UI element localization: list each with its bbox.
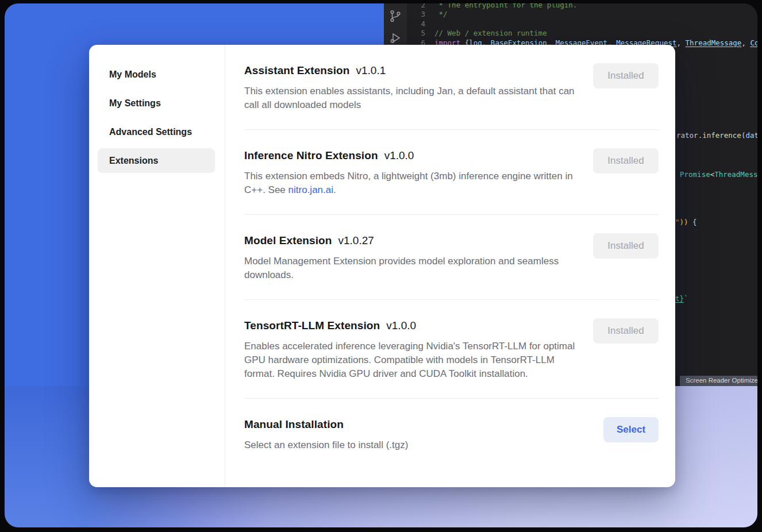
extension-name: Inference Nitro Extension xyxy=(244,149,378,162)
code-token: " xyxy=(675,218,680,226)
code-text: */ xyxy=(425,10,448,19)
code-token: // Web / extension runtime xyxy=(434,29,547,37)
extension-title-row: Model Extensionv1.0.27 xyxy=(244,234,580,247)
code-text xyxy=(425,20,434,29)
sidebar-item-my-models[interactable]: My Models xyxy=(98,62,215,87)
extension-description: This extension embeds Nitro, a lightweig… xyxy=(244,169,580,197)
extension-title-row: TensortRT-LLM Extensionv1.0.0 xyxy=(244,319,580,332)
extension-entry: Assistant Extensionv1.0.1This extension … xyxy=(244,45,659,130)
extension-name: Manual Installation xyxy=(244,418,344,431)
code-fragment: rator.inference(data)); xyxy=(676,131,757,140)
code-token: t} xyxy=(675,294,684,303)
extension-title-row: Assistant Extensionv1.0.1 xyxy=(244,64,580,77)
code-token: data xyxy=(745,131,757,140)
extension-description: Select an extension file to install (.tg… xyxy=(244,438,408,452)
app-surface: 2 * The entrypoint for the plugin.3 */45… xyxy=(5,3,757,527)
installed-button[interactable]: Installed xyxy=(593,63,659,88)
extension-version: v1.0.27 xyxy=(338,234,374,247)
sidebar-item-label: My Models xyxy=(109,70,156,80)
code-token: */ xyxy=(434,10,448,18)
code-token: ` xyxy=(684,294,688,303)
screen-reader-chip[interactable]: Screen Reader Optimize xyxy=(680,376,757,386)
extension-name: Model Extension xyxy=(244,234,332,247)
code-token: inference xyxy=(702,131,741,140)
description-text: This extension enables assistants, inclu… xyxy=(244,86,575,110)
code-line: 4 xyxy=(407,20,757,29)
description-text: Model Management Extension provides mode… xyxy=(244,256,559,280)
extension-version: v1.0.0 xyxy=(384,149,414,162)
code-lines: 2 * The entrypoint for the plugin.3 */45… xyxy=(407,3,757,48)
code-token: Promise xyxy=(680,170,710,179)
extension-entry: Manual InstallationSelect an extension f… xyxy=(244,399,659,469)
line-number: 3 xyxy=(407,10,425,19)
code-token: , xyxy=(677,38,686,47)
code-token: ThreadMessage xyxy=(714,170,757,179)
extension-entry: Inference Nitro Extensionv1.0.0This exte… xyxy=(244,130,659,215)
code-line: 5// Web / extension runtime xyxy=(407,29,757,38)
select-file-button[interactable]: Select xyxy=(603,417,659,442)
extension-info: Model Extensionv1.0.27Model Management E… xyxy=(244,234,580,282)
description-text: Select an extension file to install (.tg… xyxy=(244,440,408,450)
line-number: 5 xyxy=(407,29,425,38)
extension-version: v1.0.1 xyxy=(356,64,386,77)
code-line: 3 */ xyxy=(407,10,757,19)
code-fragment: ")) { xyxy=(675,218,697,226)
code-fragment: t}` xyxy=(675,294,688,303)
source-control-icon[interactable] xyxy=(388,9,402,23)
extension-version: v1.0.0 xyxy=(386,319,416,332)
code-token: ThreadMessage xyxy=(686,38,742,47)
extension-name: Assistant Extension xyxy=(244,64,350,77)
sidebar-item-label: Extensions xyxy=(109,156,158,166)
code-token: ContentType xyxy=(750,38,757,47)
installed-button[interactable]: Installed xyxy=(593,318,659,344)
sidebar-item-label: My Settings xyxy=(109,98,161,109)
sidebar-item-label: Advanced Settings xyxy=(109,127,192,137)
extension-info: TensortRT-LLM Extensionv1.0.0Enables acc… xyxy=(244,319,580,381)
settings-nav: My ModelsMy SettingsAdvanced SettingsExt… xyxy=(89,45,225,487)
code-text: // Web / extension runtime xyxy=(425,29,547,38)
code-token: )) xyxy=(680,218,688,226)
extension-description: This extension enables assistants, inclu… xyxy=(244,84,580,112)
description-text: Enables accelerated inference leveraging… xyxy=(244,341,575,379)
extension-description: Enables accelerated inference leveraging… xyxy=(244,340,580,381)
code-token: { xyxy=(688,218,697,226)
code-fragment: Promise<ThreadMessage> xyxy=(680,170,757,179)
nitro-jan-ai-link[interactable]: nitro.jan.ai xyxy=(288,184,333,195)
sidebar-item-advanced-settings[interactable]: Advanced Settings xyxy=(98,119,215,144)
extension-entry: TensortRT-LLM Extensionv1.0.0Enables acc… xyxy=(244,300,659,399)
extension-info: Manual InstallationSelect an extension f… xyxy=(244,418,408,452)
installed-button[interactable]: Installed xyxy=(593,233,659,259)
code-token: rator. xyxy=(676,131,702,140)
code-token: * The entrypoint for the plugin. xyxy=(434,3,577,9)
line-number: 2 xyxy=(407,3,425,10)
sidebar-item-extensions[interactable]: Extensions xyxy=(98,148,215,173)
extension-info: Assistant Extensionv1.0.1This extension … xyxy=(244,64,580,112)
extension-title-row: Inference Nitro Extensionv1.0.0 xyxy=(244,149,580,162)
code-line: 2 * The entrypoint for the plugin. xyxy=(407,3,757,10)
extension-name: TensortRT-LLM Extension xyxy=(244,319,380,332)
installed-button[interactable]: Installed xyxy=(593,148,659,174)
code-text: * The entrypoint for the plugin. xyxy=(425,3,577,10)
extension-list: Assistant Extensionv1.0.1This extension … xyxy=(225,45,675,487)
extension-description: Model Management Extension provides mode… xyxy=(244,255,580,282)
description-text: . xyxy=(333,184,336,195)
settings-modal: My ModelsMy SettingsAdvanced SettingsExt… xyxy=(89,45,675,487)
run-and-debug-icon[interactable] xyxy=(388,31,402,45)
sidebar-item-my-settings[interactable]: My Settings xyxy=(98,91,215,115)
extension-title-row: Manual Installation xyxy=(244,418,408,431)
line-number: 4 xyxy=(407,20,425,29)
extension-info: Inference Nitro Extensionv1.0.0This exte… xyxy=(244,149,580,197)
code-token: , xyxy=(741,38,750,47)
extension-entry: Model Extensionv1.0.27Model Management E… xyxy=(244,215,659,300)
